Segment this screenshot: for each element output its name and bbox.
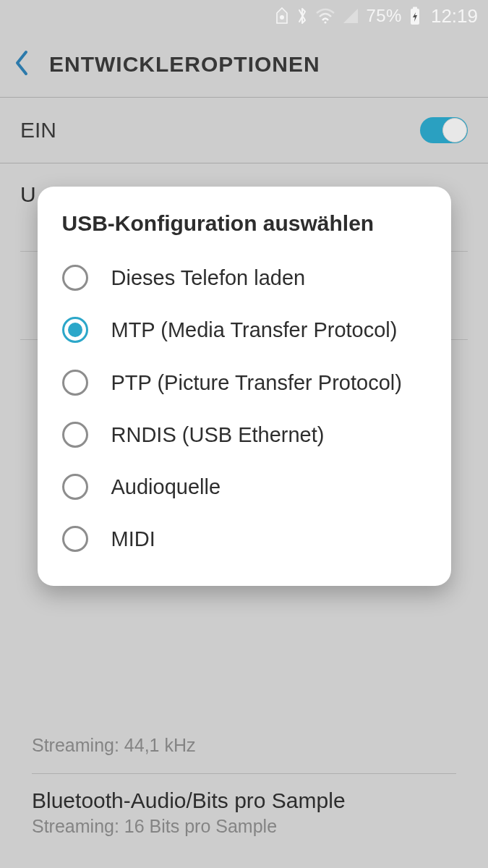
list-item-title: Bluetooth-Audio/Bits pro Sample [32, 788, 456, 813]
option-rndis[interactable]: RNDIS (USB Ethernet) [62, 409, 427, 461]
status-bar: 75% 12:19 [0, 0, 488, 32]
option-label: Audioquelle [111, 474, 221, 500]
option-charge-phone[interactable]: Dieses Telefon laden [62, 252, 427, 304]
master-toggle-row[interactable]: EIN [0, 98, 488, 163]
option-label: MTP (Media Transfer Protocol) [111, 317, 398, 343]
master-toggle-label: EIN [20, 118, 56, 142]
list-item[interactable]: Bluetooth-Audio/Bits pro Sample Streamin… [32, 788, 456, 837]
option-audio-source[interactable]: Audioquelle [62, 461, 427, 513]
back-icon[interactable] [13, 48, 30, 80]
usb-config-dialog: USB-Konfiguration auswählen Dieses Telef… [38, 187, 451, 586]
option-label: RNDIS (USB Ethernet) [111, 422, 325, 448]
list-item[interactable]: Streaming: 44,1 kHz [32, 735, 456, 756]
radio-icon [62, 526, 88, 552]
option-label: Dieses Telefon laden [111, 265, 306, 291]
option-label: PTP (Picture Transfer Protocol) [111, 370, 402, 396]
radio-icon [62, 422, 88, 448]
option-ptp[interactable]: PTP (Picture Transfer Protocol) [62, 357, 427, 409]
svg-point-1 [325, 21, 327, 23]
radio-icon [62, 265, 88, 291]
option-label: MIDI [111, 526, 155, 552]
master-toggle-switch[interactable] [420, 117, 468, 143]
option-midi[interactable]: MIDI [62, 513, 427, 565]
radio-icon [62, 317, 88, 343]
bluetooth-icon [296, 7, 308, 25]
battery-icon [409, 7, 421, 25]
radio-icon [62, 474, 88, 500]
svg-point-0 [280, 15, 284, 20]
background-settings-visible: Streaming: 44,1 kHz Bluetooth-Audio/Bits… [0, 732, 488, 854]
clock: 12:19 [431, 5, 478, 27]
dialog-title: USB-Konfiguration auswählen [62, 211, 427, 236]
wifi-icon [315, 8, 335, 24]
notification-icon [275, 7, 289, 25]
list-item-subtitle: Streaming: 44,1 kHz [32, 735, 456, 756]
svg-rect-3 [413, 7, 417, 9]
divider [32, 773, 456, 774]
option-mtp[interactable]: MTP (Media Transfer Protocol) [62, 304, 427, 356]
battery-percent: 75% [366, 6, 402, 26]
page-title: ENTWICKLEROPTIONEN [49, 52, 320, 77]
signal-icon [343, 8, 359, 24]
divider [0, 163, 488, 163]
app-bar: ENTWICKLEROPTIONEN [0, 32, 488, 97]
list-item-subtitle: Streaming: 16 Bits pro Sample [32, 816, 456, 837]
radio-icon [62, 370, 88, 396]
